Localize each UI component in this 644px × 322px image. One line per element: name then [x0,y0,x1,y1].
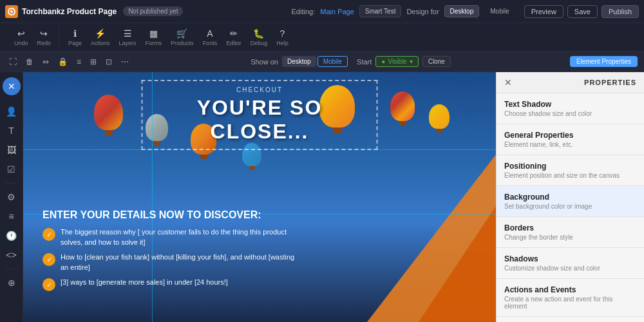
list-icon[interactable]: ≡ [5,208,17,225]
preview-button[interactable]: Preview [524,5,564,18]
positioning-item[interactable]: Positioning Element position and size on… [497,155,644,186]
text-icon[interactable]: T [5,122,17,139]
panel-header: ✕ PROPERTIES [497,72,644,93]
general-props-desc: Element name, link, etc. [504,141,636,148]
borders-desc: Change the border style [504,234,636,241]
balloon-7 [429,104,450,133]
background-desc: Set background color or image [504,203,636,210]
redo-icon: ↪ [40,28,48,39]
top-nav-right: Editing: Main Page Smart Test Design for… [292,5,639,18]
show-desktop-button[interactable]: Desktop [282,56,316,67]
fonts-icon: A [207,28,213,39]
copy-button[interactable]: ⊡ [103,56,115,68]
actions-events-desc: Create a new action and event for this e… [504,296,636,310]
properties-panel: ✕ PROPERTIES Text Shadow Choose shadow s… [496,72,644,322]
show-on-label: Show on [251,58,278,66]
checkbox-icon[interactable]: ☑ [4,161,19,178]
help-icon: ? [280,28,285,39]
editor-button[interactable]: ✏ Editor [222,27,245,48]
positioning-title: Positioning [504,162,636,171]
crop-icon-button[interactable]: ⛶ [6,56,19,68]
checkout-container[interactable]: CHECKOUT YOU'RE SO CLOSE... [142,80,378,150]
image-icon[interactable]: 🖼 [4,142,19,158]
save-button[interactable]: Save [567,5,598,18]
checklist-item-3: ✓ [3] ways to [generate more sales] in u… [43,278,300,291]
actions-icon: ⚡ [95,28,106,39]
fonts-button[interactable]: A Fonts [199,27,222,48]
page-button[interactable]: ℹ Page [64,27,86,48]
balloon-6 [390,91,415,126]
products-button[interactable]: 🛒 Products [167,27,198,48]
editing-link[interactable]: Main Page [320,8,354,15]
visible-badge: ● Visible ▾ [375,56,418,67]
general-props-title: General Properties [504,131,636,140]
redo-button[interactable]: ↪ Redo [33,27,55,48]
device-buttons: Desktop Mobile [282,56,348,67]
layers-button[interactable]: ☰ Layers [115,27,140,48]
layers-icon: ☰ [124,28,132,39]
check-text-1: The biggest reason why [ your customer f… [61,227,300,247]
canvas[interactable]: CHECKOUT YOU'RE SO CLOSE... ENTER YOUR D… [23,72,496,322]
visible-dot: ● [381,58,385,65]
top-nav: Torchbankz Product Page Not published ye… [0,0,644,23]
group-button[interactable]: ⊞ [88,56,99,68]
code-icon[interactable]: <> [3,247,19,263]
help-button[interactable]: ? Help [272,27,292,48]
show-mobile-button[interactable]: Mobile [317,56,348,67]
check-icon-3: ✓ [43,278,55,291]
brand-icon [5,5,18,18]
actions-events-title: Actions and Events [504,285,636,294]
text-shadow-item[interactable]: Text Shadow Choose shadow size and color [497,93,644,124]
actions-events-item[interactable]: Actions and Events Create a new action a… [497,279,644,317]
editor-icon: ✏ [230,28,238,39]
stretch-button[interactable]: ⇔ [40,56,52,68]
debug-button[interactable]: 🐛 Debug [247,27,272,48]
undo-button[interactable]: ↩ Undo [10,27,32,48]
borders-item[interactable]: Borders Change the border style [497,217,644,248]
brand: Torchbankz Product Page [5,5,117,18]
publish-button[interactable]: Publish [601,5,639,18]
forms-button[interactable]: ▦ Forms [142,27,166,48]
check-text-3: [3] ways to [generate more sales] in und… [61,278,228,287]
align-button[interactable]: ≡ [74,56,84,68]
more-icon[interactable]: ⊕ [5,274,19,291]
mobile-mode-button[interactable]: Mobile [484,5,515,17]
borders-title: Borders [504,223,636,232]
actions-button[interactable]: ⚡ Actions [87,27,114,48]
checkout-title: YOU'RE SO CLOSE... [156,96,364,144]
lock-button[interactable]: 🔒 [55,56,70,68]
smart-test-button[interactable]: Smart Test [359,5,402,17]
main-area: ✕ 👤 T 🖼 ☑ ⚙ ≡ 🕐 <> ⊕ [0,72,644,322]
delete-button[interactable]: 🗑 [23,56,36,68]
background-item[interactable]: Background Set background color or image [497,186,644,217]
shadows-title: Shadows [504,254,636,263]
desktop-mode-button[interactable]: Desktop [444,5,480,17]
debug-icon: 🐛 [253,28,264,39]
element-properties-button[interactable]: Element Properties [570,56,638,67]
start-label: Start [357,58,372,66]
general-properties-item[interactable]: General Properties Element name, link, e… [497,124,644,155]
people-icon[interactable]: 👤 [3,103,20,120]
settings-icon[interactable]: ⚙ [4,189,19,205]
text-shadow-title: Text Shadow [504,100,636,109]
page-group: ℹ Page ⚡ Actions ☰ Layers ▦ Forms 🛒 Prod… [61,27,296,48]
shadows-item[interactable]: Shadows Customize shadow size and color [497,248,644,279]
details-heading: ENTER YOUR DETAILS NOW TO DISCOVER: [43,209,300,221]
balloon-1 [94,95,123,135]
text-shadow-desc: Choose shadow size and color [504,110,636,117]
panel-close-button[interactable]: ✕ [504,77,512,88]
checkout-label: CHECKOUT [156,86,364,93]
visible-label: Visible [388,58,406,65]
toolbar: ↩ Undo ↪ Redo ℹ Page ⚡ Actions ☰ Layers … [0,23,644,52]
check-icon-1: ✓ [43,228,55,241]
page-icon: ℹ [73,28,77,39]
more-button[interactable]: ⋯ [118,56,131,68]
visible-chevron: ▾ [410,58,413,65]
clock-icon[interactable]: 🕐 [3,227,20,244]
background-title: Background [504,193,636,202]
clone-button[interactable]: Clone [422,56,451,67]
close-button[interactable]: ✕ [3,77,21,95]
undo-icon: ↩ [17,28,25,39]
sidebar-separator [5,183,18,184]
positioning-desc: Element position and size on the canvas [504,172,636,179]
